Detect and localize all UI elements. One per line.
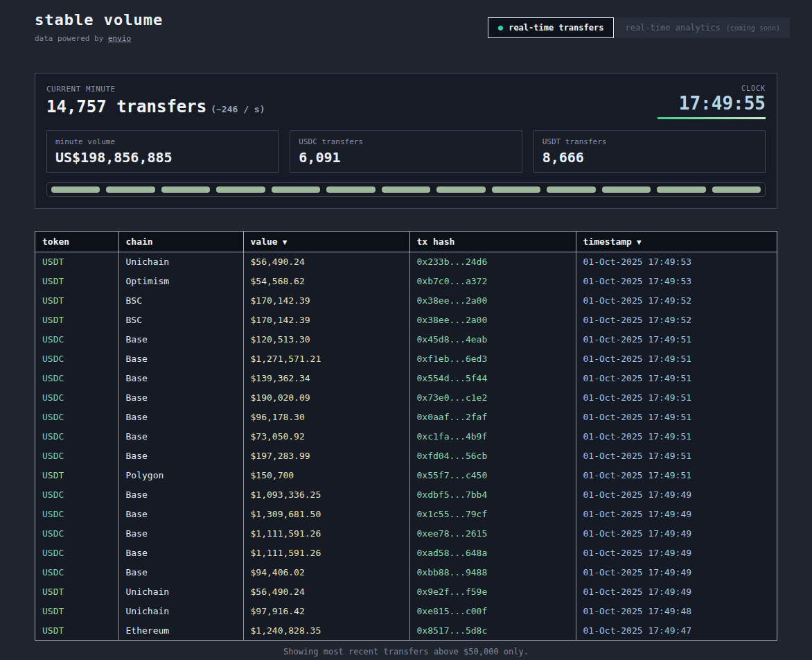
cell-timestamp: 01-Oct-2025 17:49:49 (576, 562, 777, 582)
page: stable volume data powered by envio real… (0, 0, 812, 657)
transfers-table: token chain value▼ tx hash timestamp▼ US… (35, 232, 777, 640)
cell-timestamp: 01-Oct-2025 17:49:53 (576, 271, 777, 290)
table-row: USDCBase$139,362.340x554d...5f4401-Oct-2… (35, 368, 777, 388)
transfers-count-text: 14,757 transfers (46, 97, 206, 116)
cell-token: USDT (35, 271, 118, 290)
cell-chain: Unichain (118, 252, 243, 271)
cell-token: USDC (35, 446, 118, 465)
cell-timestamp: 01-Oct-2025 17:49:51 (576, 407, 777, 426)
transfer-rate: (~246 / s) (211, 104, 265, 114)
transfers-summary: CURRENT MINUTE 14,757 transfers(~246 / s… (46, 85, 265, 119)
cell-chain: Base (118, 388, 243, 407)
cell-value: $1,309,681.50 (243, 504, 409, 523)
envio-link[interactable]: envio (108, 34, 131, 43)
cell-timestamp: 01-Oct-2025 17:49:49 (576, 523, 777, 543)
cell-timestamp: 01-Oct-2025 17:49:51 (576, 368, 777, 388)
cell-tx-hash: 0x0aaf...2faf (409, 407, 576, 426)
cell-token: USDC (35, 543, 118, 562)
cell-token: USDC (35, 407, 118, 426)
cell-chain: Polygon (118, 465, 243, 485)
table-row: USDTPolygon$150,7000x55f7...c45001-Oct-2… (35, 465, 777, 485)
live-dot-icon (498, 26, 503, 31)
cell-value: $170,142.39 (243, 290, 409, 310)
cell-timestamp: 01-Oct-2025 17:49:51 (576, 388, 777, 407)
cell-token: USDT (35, 601, 118, 620)
cell-chain: Base (118, 446, 243, 465)
column-header-tx-hash[interactable]: tx hash (409, 232, 576, 252)
stat-cards-row: minute volume US$198,856,885 USDC transf… (46, 130, 766, 173)
column-label: value (251, 236, 278, 247)
table-row: USDCBase$1,111,591.260xad58...648a01-Oct… (35, 543, 777, 562)
cell-tx-hash: 0xe815...c00f (409, 601, 576, 620)
column-header-token[interactable]: token (35, 232, 118, 252)
tab-real-time-analytics[interactable]: real-time analytics (coming soon) (615, 17, 790, 38)
table-row: USDCBase$1,093,336.250xdbf5...7bb401-Oct… (35, 485, 777, 504)
cell-tx-hash: 0x38ee...2a00 (409, 290, 576, 310)
cell-value: $97,916.42 (243, 601, 409, 620)
cell-token: USDC (35, 388, 118, 407)
cell-chain: BSC (118, 290, 243, 310)
cell-timestamp: 01-Oct-2025 17:49:49 (576, 504, 777, 523)
progress-segment (547, 186, 595, 193)
progress-segment (161, 186, 210, 193)
usdt-transfers-card: USDT transfers 8,666 (533, 130, 766, 173)
cell-chain: Unichain (118, 601, 243, 620)
cell-tx-hash: 0xee78...2615 (409, 523, 576, 543)
progress-segment (712, 186, 761, 193)
cell-token: USDT (35, 290, 118, 310)
cell-value: $197,283.99 (243, 446, 409, 465)
table-row: USDTBSC$170,142.390x38ee...2a0001-Oct-20… (35, 310, 777, 329)
table-row: USDCBase$1,271,571.210xf1eb...6ed301-Oct… (35, 349, 777, 368)
cell-tx-hash: 0xdbf5...7bb4 (409, 485, 576, 504)
current-minute-label: CURRENT MINUTE (46, 85, 265, 94)
cell-timestamp: 01-Oct-2025 17:49:51 (576, 446, 777, 465)
cell-token: USDC (35, 504, 118, 523)
card-label: minute volume (55, 137, 270, 146)
table-row: USDCBase$190,020.090x73e0...c1e201-Oct-2… (35, 388, 777, 407)
cell-value: $1,240,828.35 (243, 620, 409, 640)
cell-token: USDT (35, 620, 118, 640)
cell-tx-hash: 0x554d...5f44 (409, 368, 576, 388)
cell-token: USDT (35, 582, 118, 601)
cell-timestamp: 01-Oct-2025 17:49:51 (576, 329, 777, 349)
progress-segment (326, 186, 375, 193)
card-value: 8,666 (542, 149, 757, 166)
cell-chain: Base (118, 523, 243, 543)
tab-label: real-time transfers (509, 23, 603, 33)
table-row: USDCBase$73,050.920xc1fa...4b9f01-Oct-20… (35, 426, 777, 446)
cell-token: USDT (35, 465, 118, 485)
usdc-transfers-card: USDC transfers 6,091 (290, 130, 522, 173)
cell-chain: Base (118, 426, 243, 446)
coming-soon-note: (coming soon) (726, 24, 780, 32)
minute-volume-card: minute volume US$198,856,885 (46, 130, 279, 173)
cell-tx-hash: 0xf1eb...6ed3 (409, 349, 576, 368)
cell-chain: Base (118, 562, 243, 582)
clock-label: CLOCK (657, 85, 766, 92)
transfers-table-panel: token chain value▼ tx hash timestamp▼ US… (35, 231, 777, 641)
progress-segment (51, 186, 100, 193)
minute-progress-bar (46, 182, 766, 197)
cell-chain: Base (118, 485, 243, 504)
cell-value: $1,111,591.26 (243, 543, 409, 562)
column-header-chain[interactable]: chain (118, 232, 243, 252)
progress-segment (382, 186, 430, 193)
column-label: token (42, 236, 69, 247)
table-row: USDTBSC$170,142.390x38ee...2a0001-Oct-20… (35, 290, 777, 310)
table-row: USDCBase$197,283.990xfd04...56cb01-Oct-2… (35, 446, 777, 465)
cell-tx-hash: 0x38ee...2a00 (409, 310, 576, 329)
column-header-value[interactable]: value▼ (243, 232, 409, 252)
cell-value: $1,111,591.26 (243, 523, 409, 543)
powered-by: data powered by envio (35, 34, 163, 44)
progress-segment (602, 186, 651, 193)
cell-chain: Ethereum (118, 620, 243, 640)
cell-tx-hash: 0xbb88...9488 (409, 562, 576, 582)
cell-tx-hash: 0xb7c0...a372 (409, 271, 576, 290)
cell-token: USDC (35, 523, 118, 543)
cell-timestamp: 01-Oct-2025 17:49:53 (576, 252, 777, 271)
column-header-timestamp[interactable]: timestamp▼ (576, 232, 777, 252)
tab-real-time-transfers[interactable]: real-time transfers (488, 17, 614, 38)
cell-token: USDC (35, 426, 118, 446)
cell-chain: Optimism (118, 271, 243, 290)
cell-token: USDT (35, 310, 118, 329)
app-title: stable volume (35, 11, 163, 29)
